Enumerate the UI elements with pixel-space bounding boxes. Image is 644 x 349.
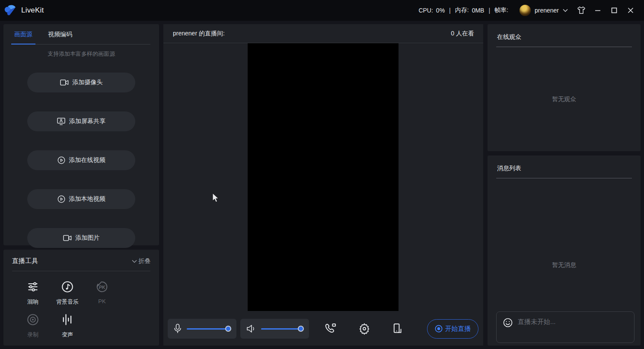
record-disc-icon [26,313,39,326]
video-call-button[interactable] [324,323,337,335]
mic-volume-slider[interactable] [187,326,230,332]
tool-label: 混响 [27,298,38,306]
maximize-icon [611,7,617,13]
memory-value: 0MB [472,7,485,14]
add-image-button[interactable]: 添加图片 [27,228,135,248]
svg-text:PK: PK [99,285,106,290]
left-sidebar: 画面源 视频编码 支持添加丰富多样的画面源 添加摄像头 添加屏幕共享 [3,24,159,346]
speaker-volume-group[interactable] [240,319,309,339]
avatar [520,5,531,16]
video-camera-icon [63,235,72,241]
chevron-down-icon [132,260,137,263]
add-online-video-button[interactable]: 添加在线视频 [27,150,135,170]
live-tools-panel: 直播工具 折叠 [3,250,159,346]
button-label: 添加屏幕共享 [69,117,105,125]
minimize-icon [595,7,601,13]
orientation-button[interactable] [392,323,404,335]
livekit-logo-icon [4,4,17,16]
stats-separator: | [449,7,451,14]
tab-video-encoding[interactable]: 视频编码 [46,31,74,44]
play-circle-icon [57,195,65,203]
start-live-label: 开始直播 [445,325,471,333]
emoji-smiley-icon[interactable] [503,317,513,328]
settings-button[interactable] [358,323,370,335]
microphone-icon [174,324,182,334]
viewers-empty-text: 暂无观众 [488,47,641,151]
close-button[interactable] [623,4,638,17]
collapse-toggle[interactable]: 折叠 [132,257,150,265]
pk-bubble-icon: PK [96,280,108,293]
online-viewers-panel: 在线观众 暂无观众 [488,24,641,151]
record-dot-icon [435,325,443,333]
fps-label: 帧率: [494,6,508,14]
chat-input-placeholder: 直播未开始... [518,317,556,326]
phone-call-icon [324,323,337,335]
music-note-icon [61,280,74,293]
screen-share-icon [57,117,65,125]
equalizer-icon [27,281,39,293]
tools-grid: 混响 背景音乐 [12,271,150,339]
room-title: prenener 的直播间: [173,30,225,38]
memory-label: 内存: [455,6,469,14]
sources-hint: 支持添加丰富多样的画面源 [12,50,150,58]
add-local-video-button[interactable]: 添加本地视频 [27,189,135,209]
button-label: 添加摄像头 [73,79,103,86]
tool-background-music[interactable]: 背景音乐 [50,280,85,306]
sources-tabs: 画面源 视频编码 [12,24,150,44]
tool-label: 背景音乐 [56,298,79,306]
tool-label: 录制 [27,331,38,339]
close-icon [628,7,634,13]
gear-icon [358,323,370,335]
video-camera-icon [60,79,69,86]
maximize-button[interactable] [607,4,622,17]
account-menu[interactable]: prenener [520,5,568,16]
waveform-icon [61,313,73,326]
cpu-label: CPU: [418,7,433,14]
start-live-button[interactable]: 开始直播 [427,319,478,339]
add-camera-button[interactable]: 添加摄像头 [27,73,135,92]
tool-record[interactable]: 录制 [16,313,50,339]
button-label: 添加图片 [76,234,100,242]
message-list-panel: 消息列表 暂无消息 直播未开始... [488,155,641,346]
messages-title: 消息列表 [488,155,641,178]
tool-label: PK [98,298,105,305]
collapse-label: 折叠 [138,257,150,265]
video-preview[interactable] [248,43,399,311]
stats-separator: | [488,7,490,14]
play-circle-icon [57,156,65,164]
cpu-value: 0% [436,7,445,14]
tool-label: 变声 [62,331,73,339]
tshirt-icon [577,6,586,15]
button-label: 添加本地视频 [69,195,105,203]
button-label: 添加在线视频 [69,156,105,164]
username: prenener [535,7,559,14]
tool-pk[interactable]: PK PK [85,280,119,306]
stage-panel: prenener 的直播间: 0 人在看 [163,24,483,346]
minimize-button[interactable] [590,4,605,17]
sources-panel: 画面源 视频编码 支持添加丰富多样的画面源 添加摄像头 添加屏幕共享 [3,24,159,245]
app-title: LiveKit [21,6,44,15]
slider-thumb[interactable] [298,326,304,332]
viewer-count: 0 人在看 [451,30,474,38]
theme-skin-button[interactable] [574,4,589,17]
speaker-volume-slider[interactable] [261,326,303,332]
slider-thumb[interactable] [225,326,231,332]
viewers-title: 在线观众 [488,24,641,47]
speaker-icon [246,324,256,333]
tools-title: 直播工具 [12,257,38,265]
tool-voice-changer[interactable]: 变声 [50,313,85,339]
mic-volume-group[interactable] [168,319,236,339]
stage-controls: 开始直播 [168,319,478,339]
system-stats: CPU: 0% | 内存: 0MB | 帧率: [418,6,508,14]
add-screen-share-button[interactable]: 添加屏幕共享 [27,111,135,131]
stage-column: prenener 的直播间: 0 人在看 [163,24,483,346]
chat-input[interactable]: 直播未开始... [496,311,634,343]
chevron-down-icon [563,9,568,12]
tool-reverb[interactable]: 混响 [16,280,50,306]
titlebar: LiveKit CPU: 0% | 内存: 0MB | 帧率: prenener [0,0,644,21]
right-sidebar: 在线观众 暂无观众 消息列表 暂无消息 直播未开始... [488,24,641,346]
brand: LiveKit [4,4,44,16]
rotate-screen-icon [392,323,404,335]
tab-video-sources[interactable]: 画面源 [12,31,35,44]
